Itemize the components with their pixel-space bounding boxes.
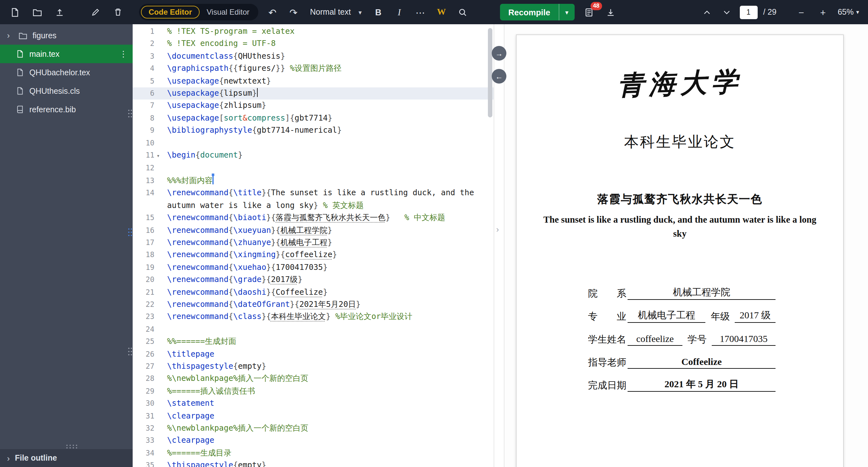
- previous-page-icon[interactable]: [700, 5, 714, 19]
- code-line[interactable]: 32%\newblankpage%插入一个新的空白页: [133, 422, 494, 435]
- zoom-out-button[interactable]: −: [794, 5, 808, 19]
- new-folder-icon[interactable]: [30, 5, 44, 19]
- text-cursor: [257, 88, 258, 97]
- code-line[interactable]: 23\renewcommand{\class}{本科生毕业论文} %毕业论文or…: [133, 311, 494, 323]
- code-line[interactable]: 4\graphicspath{{figures/}} %设置图片路径: [133, 62, 494, 75]
- code-line[interactable]: 24: [133, 323, 494, 336]
- line-number: 14: [135, 187, 154, 200]
- code-line[interactable]: 3\documentclass{QHUthesis}: [133, 50, 494, 63]
- code-line[interactable]: 9\bibliographystyle{gbt7714-numerical}: [133, 125, 494, 137]
- writefull-icon[interactable]: W: [434, 5, 448, 19]
- redo-icon[interactable]: ↷: [286, 5, 300, 19]
- cover-field-row: 完成日期2021 年 5 月 20 日: [588, 379, 776, 391]
- code-line[interactable]: 29%======插入诚信责任书: [133, 385, 494, 398]
- recompile-button[interactable]: Recompile: [500, 4, 559, 21]
- code-line[interactable]: 12: [133, 163, 494, 175]
- sidebar-item-figures[interactable]: ›figures: [0, 26, 133, 45]
- zoom-in-button[interactable]: +: [816, 5, 830, 19]
- code-line[interactable]: 19\renewcommand{\xuehao}{1700417035}: [133, 261, 494, 274]
- line-number: 28: [135, 373, 154, 385]
- code-line[interactable]: 35\thispagestyle{empty}: [133, 459, 494, 467]
- line-gutter: 16: [133, 224, 162, 237]
- line-number: 9: [135, 125, 154, 137]
- cover-field-value: 机械工程学院: [627, 286, 776, 299]
- sidebar-resize-grip[interactable]: [128, 110, 129, 111]
- fold-spacer: [154, 175, 162, 175]
- code-line[interactable]: 8\usepackage[sort&compress]{gbt7714}: [133, 112, 494, 125]
- sidebar-item-main.tex[interactable]: main.tex⋮: [0, 45, 133, 63]
- bold-button[interactable]: B: [371, 5, 385, 19]
- code-line[interactable]: 34%======生成目录: [133, 447, 494, 460]
- file-outline-bar[interactable]: › File outline: [0, 449, 133, 467]
- pdf-viewer[interactable]: 青海大学 本科生毕业论文 落霞与孤鹜齐飞秋水共长天一色 The sunset i…: [504, 24, 868, 467]
- code-line[interactable]: 28%\newblankpage%插入一个新的空白页: [133, 373, 494, 385]
- expand-editor-button[interactable]: ←: [492, 69, 506, 84]
- code-line-content: % !TEX encoding = UTF-8: [162, 38, 494, 50]
- paragraph-style-dropdown[interactable]: Normal text ▾: [307, 8, 364, 17]
- code-line[interactable]: 33\clearpage: [133, 435, 494, 447]
- sidebar-item-reference.bib[interactable]: reference.bib: [0, 100, 133, 119]
- more-options-icon[interactable]: ⋯: [413, 5, 427, 19]
- search-icon[interactable]: [455, 5, 469, 19]
- page-number-input[interactable]: [740, 5, 757, 19]
- code-editor[interactable]: 1% !TEX TS-program = xelatex2% !TEX enco…: [133, 24, 494, 467]
- code-line[interactable]: 20\renewcommand{\grade}{2017级}: [133, 274, 494, 286]
- undo-icon[interactable]: ↶: [265, 5, 279, 19]
- visual-editor-tab[interactable]: Visual Editor: [199, 6, 256, 18]
- fold-arrow-icon[interactable]: ▾: [154, 149, 162, 163]
- cover-field-value: Coffeelize: [627, 356, 776, 369]
- code-line[interactable]: 14\renewcommand{\title}{The sunset is li…: [133, 187, 494, 212]
- code-line[interactable]: 21\renewcommand{\daoshi}{Coffeelize}: [133, 286, 494, 298]
- zoom-level-dropdown[interactable]: 65% ▾: [838, 8, 859, 17]
- code-line[interactable]: 31\clearpage: [133, 410, 494, 422]
- next-page-icon[interactable]: [720, 5, 734, 19]
- fold-spacer: [154, 447, 162, 448]
- arrow-right-icon: →: [495, 49, 503, 58]
- new-file-icon[interactable]: [8, 5, 22, 19]
- code-line[interactable]: 18\renewcommand{\xingming}{coffeelize}: [133, 249, 494, 262]
- sidebar-resize-grip[interactable]: [128, 348, 129, 349]
- editor-scrollbar[interactable]: [488, 28, 492, 117]
- line-gutter: 29: [133, 385, 162, 398]
- code-line[interactable]: 10: [133, 137, 494, 149]
- code-line-content: %======生成目录: [162, 447, 494, 460]
- code-line[interactable]: 26\titlepage: [133, 348, 494, 360]
- code-line[interactable]: 15\renewcommand{\biaoti}{落霞与孤鹜齐飞秋水共长天一色}…: [133, 212, 494, 224]
- code-editor-tab[interactable]: Code Editor: [141, 6, 199, 19]
- sidebar-item-QHUthesis.cls[interactable]: QHUthesis.cls: [0, 82, 133, 100]
- cover-form-fields: 院 系机械工程学院专 业机械电子工程年级2017 级学生姓名coffeelize…: [588, 287, 776, 391]
- cover-field-label: 完成日期: [588, 379, 627, 391]
- code-line[interactable]: 6\usepackage{lipsum}: [133, 87, 494, 100]
- code-line[interactable]: 25%%======生成封面: [133, 335, 494, 348]
- code-line[interactable]: 1% !TEX TS-program = xelatex: [133, 26, 494, 38]
- italic-button[interactable]: I: [392, 5, 406, 19]
- code-line[interactable]: 27\thispagestyle{empty}: [133, 360, 494, 373]
- code-line[interactable]: 17\renewcommand{\zhuanye}{机械电子工程}: [133, 237, 494, 249]
- divider-drag-handle[interactable]: ›: [496, 225, 499, 234]
- line-gutter: 18: [133, 249, 162, 262]
- delete-trash-icon[interactable]: [111, 5, 125, 19]
- line-number: 17: [135, 237, 154, 249]
- code-line[interactable]: 5\usepackage{newtxtext}: [133, 75, 494, 87]
- editor-pdf-divider[interactable]: [494, 24, 504, 467]
- code-line[interactable]: 11▾\begin{document}: [133, 149, 494, 163]
- code-line[interactable]: 30\statement: [133, 398, 494, 410]
- upload-icon[interactable]: [52, 5, 66, 19]
- code-line[interactable]: 13%%%封面内容: [133, 175, 494, 187]
- compile-log-button[interactable]: 48: [582, 5, 596, 19]
- sidebar-item-QHUbachelor.tex[interactable]: QHUbachelor.tex: [0, 63, 133, 82]
- panel-resize-grip[interactable]: [66, 445, 68, 446]
- code-line[interactable]: 7\usepackage{zhlipsum}: [133, 100, 494, 112]
- code-line[interactable]: 2% !TEX encoding = UTF-8: [133, 38, 494, 50]
- code-line[interactable]: 22\renewcommand{\dateOfGrant}{2021年5月20日…: [133, 298, 494, 311]
- expand-pdf-button[interactable]: →: [492, 46, 506, 61]
- rename-pencil-icon[interactable]: [89, 5, 103, 19]
- download-pdf-icon[interactable]: [604, 5, 618, 19]
- sidebar-resize-grip[interactable]: [128, 228, 129, 230]
- file-menu-kebab-icon[interactable]: ⋮: [119, 49, 128, 59]
- code-line[interactable]: 16\renewcommand{\xueyuan}{机械工程学院}: [133, 224, 494, 237]
- editor-mode-toggle: Code Editor Visual Editor: [139, 4, 258, 21]
- recompile-menu-button[interactable]: ▾: [559, 4, 575, 21]
- file-tree: ›figuresmain.tex⋮QHUbachelor.texQHUthesi…: [0, 24, 133, 449]
- zoom-controls: − + 65% ▾: [794, 5, 859, 19]
